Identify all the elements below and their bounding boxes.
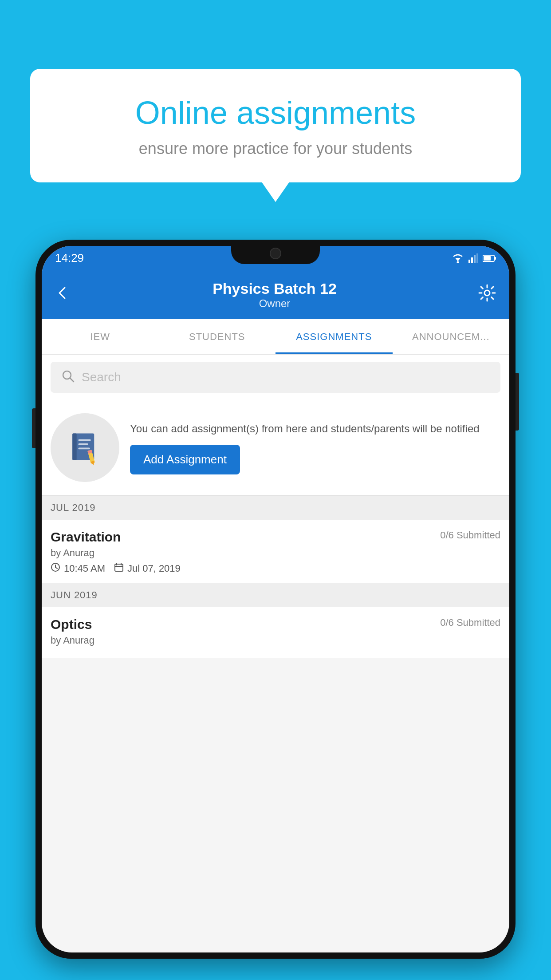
svg-rect-2	[468, 260, 470, 263]
assignment-by-gravitation: by Anurag	[51, 547, 500, 559]
svg-rect-13	[72, 433, 76, 460]
add-assignment-button[interactable]: Add Assignment	[130, 445, 240, 474]
app-bar-title-group: Physics Batch 12 Owner	[71, 280, 478, 310]
app-bar: Physics Batch 12 Owner	[42, 270, 509, 319]
assignment-icon	[67, 430, 103, 466]
svg-rect-14	[78, 439, 91, 441]
svg-line-11	[70, 378, 74, 382]
assignment-item-gravitation[interactable]: Gravitation 0/6 Submitted by Anurag	[42, 520, 509, 583]
phone-camera	[270, 248, 281, 259]
svg-rect-23	[115, 564, 123, 571]
clock-icon	[51, 562, 60, 575]
promo-icon-circle	[51, 413, 119, 482]
svg-marker-0	[455, 258, 460, 261]
assignment-name-gravitation: Gravitation	[51, 530, 121, 545]
app-bar-subtitle: Owner	[71, 297, 478, 310]
svg-rect-3	[471, 257, 473, 263]
phone-container: 14:29	[35, 240, 516, 980]
volume-button	[32, 408, 35, 448]
phone-outer: 14:29	[35, 240, 516, 959]
svg-rect-5	[476, 253, 478, 263]
assignment-meta-gravitation: 10:45 AM Jul 07, 2019	[51, 562, 500, 575]
speech-bubble-title: Online assignments	[61, 95, 490, 130]
svg-point-1	[457, 261, 459, 263]
search-icon	[61, 369, 75, 386]
phone-notch	[231, 240, 320, 264]
svg-rect-8	[495, 257, 496, 260]
tab-assignments[interactable]: ASSIGNMENTS	[276, 319, 393, 354]
svg-point-9	[484, 290, 490, 296]
phone-screen: 14:29	[42, 246, 509, 952]
calendar-icon	[114, 562, 124, 575]
search-bar-container: Search	[42, 355, 509, 400]
assignment-time-value: 10:45 AM	[64, 563, 105, 574]
svg-rect-15	[78, 443, 88, 445]
app-bar-title: Physics Batch 12	[71, 280, 478, 297]
assignment-row1-optics: Optics 0/6 Submitted	[51, 617, 500, 632]
svg-rect-16	[78, 447, 90, 449]
wifi-icon	[452, 253, 464, 263]
status-icons	[452, 253, 496, 263]
promo-section: You can add assignment(s) from here and …	[42, 400, 509, 496]
tab-students[interactable]: STUDENTS	[159, 319, 276, 354]
assignment-name-optics: Optics	[51, 617, 92, 632]
speech-bubble-subtitle: ensure more practice for your students	[61, 139, 490, 158]
status-time: 14:29	[55, 251, 84, 265]
assignment-row1: Gravitation 0/6 Submitted	[51, 530, 500, 545]
section-header-jul: JUL 2019	[42, 496, 509, 520]
promo-text-area: You can add assignment(s) from here and …	[130, 421, 500, 474]
promo-description: You can add assignment(s) from here and …	[130, 421, 500, 437]
power-button	[516, 373, 519, 431]
svg-rect-7	[484, 256, 491, 261]
signal-icon	[468, 253, 478, 263]
assignment-time: 10:45 AM	[51, 562, 105, 575]
assignment-item-optics[interactable]: Optics 0/6 Submitted by Anurag	[42, 607, 509, 658]
search-placeholder: Search	[82, 370, 121, 384]
speech-bubble: Online assignments ensure more practice …	[30, 69, 521, 182]
assignment-submitted-gravitation: 0/6 Submitted	[440, 530, 500, 541]
svg-line-22	[55, 567, 57, 569]
tabs-bar: IEW STUDENTS ASSIGNMENTS ANNOUNCEM...	[42, 319, 509, 355]
svg-rect-4	[474, 255, 476, 263]
back-button[interactable]	[55, 285, 71, 305]
assignment-by-optics: by Anurag	[51, 635, 500, 646]
search-bar[interactable]: Search	[51, 362, 500, 393]
tab-iew[interactable]: IEW	[42, 319, 159, 354]
settings-button[interactable]	[478, 284, 496, 306]
battery-icon	[483, 254, 496, 262]
tab-announcements[interactable]: ANNOUNCEM...	[393, 319, 510, 354]
assignment-date: Jul 07, 2019	[114, 562, 181, 575]
section-header-jun: JUN 2019	[42, 583, 509, 607]
assignment-date-value: Jul 07, 2019	[127, 563, 181, 574]
speech-bubble-container: Online assignments ensure more practice …	[30, 69, 521, 182]
assignment-submitted-optics: 0/6 Submitted	[440, 617, 500, 628]
